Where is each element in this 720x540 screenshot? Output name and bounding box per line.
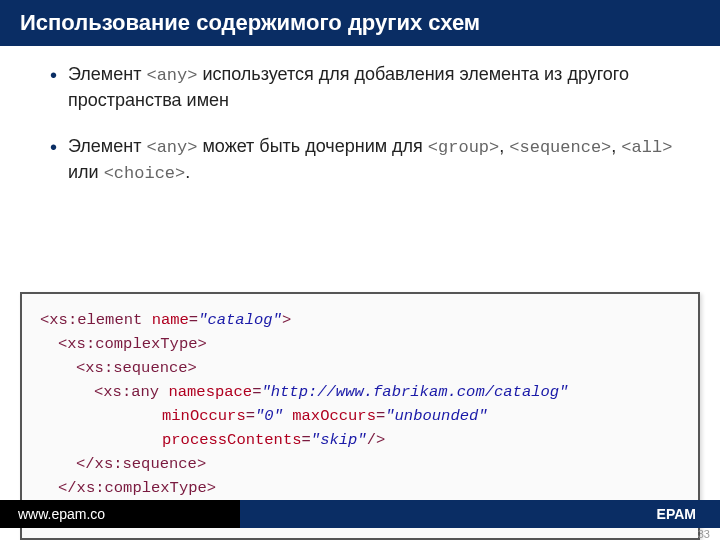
code-line: </xs:complexType> — [40, 476, 680, 500]
xml-equals: = — [189, 311, 198, 329]
code-line: processContents="skip"/> — [40, 428, 680, 452]
code-line: <xs:any namespace="http://www.fabrikam.c… — [40, 380, 680, 404]
page-number: 33 — [698, 528, 710, 540]
xml-attr-value: "http://www.fabrikam.com/catalog" — [261, 383, 568, 401]
code-line: minOccurs="0" maxOccurs="unbounded" — [40, 404, 680, 428]
xml-tag: <xs:sequence> — [76, 359, 197, 377]
bullet-text: или — [68, 162, 104, 182]
xml-attr-name: maxOccurs — [283, 407, 376, 425]
xml-tag: </xs:sequence> — [76, 455, 206, 473]
xml-tag: > — [282, 311, 291, 329]
xml-attr-name: name — [142, 311, 189, 329]
slide-content: Элемент <any> используется для добавлени… — [0, 46, 720, 286]
bullet-item: Элемент <any> может быть дочерним для <g… — [50, 134, 680, 186]
footer-brand: EPAM — [657, 506, 720, 522]
bullet-text: , — [499, 136, 509, 156]
xml-tag: /> — [367, 431, 386, 449]
bullet-list: Элемент <any> используется для добавлени… — [50, 62, 680, 186]
xml-attr-name: processContents — [162, 431, 302, 449]
code-line: <xs:complexType> — [40, 332, 680, 356]
slide-title: Использование содержимого других схем — [0, 0, 720, 46]
xml-attr-value: "0" — [255, 407, 283, 425]
xml-attr-value: "unbounded" — [385, 407, 487, 425]
slide: Использование содержимого других схем Эл… — [0, 0, 720, 540]
xml-attr-value: "skip" — [311, 431, 367, 449]
xml-equals: = — [246, 407, 255, 425]
bullet-text: может быть дочерним для — [197, 136, 427, 156]
xml-equals: = — [302, 431, 311, 449]
xml-tag: <xs:element — [40, 311, 142, 329]
xml-attr-name: namespace — [159, 383, 252, 401]
xml-tag: <xs:complexType> — [58, 335, 207, 353]
inline-code: <sequence> — [509, 138, 611, 157]
bullet-text: . — [185, 162, 190, 182]
bullet-text: , — [611, 136, 621, 156]
xml-equals: = — [376, 407, 385, 425]
xml-tag: <xs:any — [94, 383, 159, 401]
inline-code: <all> — [621, 138, 672, 157]
inline-code: <group> — [428, 138, 499, 157]
footer-url: www.epam.co — [0, 500, 240, 528]
bullet-text: Элемент — [68, 136, 146, 156]
bullet-item: Элемент <any> используется для добавлени… — [50, 62, 680, 112]
inline-code: <any> — [146, 138, 197, 157]
footer-bar: www.epam.co EPAM — [0, 500, 720, 528]
xml-attr-name: minOccurs — [162, 407, 246, 425]
xml-tag: </xs:complexType> — [58, 479, 216, 497]
inline-code: <any> — [146, 66, 197, 85]
code-line: <xs:element name="catalog"> — [40, 308, 680, 332]
bullet-text: Элемент — [68, 64, 146, 84]
code-line: </xs:sequence> — [40, 452, 680, 476]
code-line: <xs:sequence> — [40, 356, 680, 380]
xml-attr-value: "catalog" — [198, 311, 282, 329]
inline-code: <choice> — [104, 164, 186, 183]
